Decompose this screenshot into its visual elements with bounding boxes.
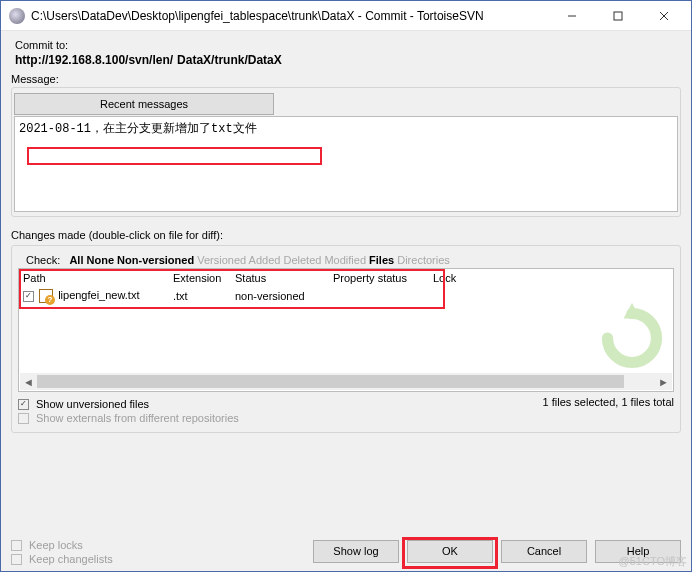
col-path[interactable]: Path [19,272,169,284]
client-area: Commit to: http://192.168.8.100/svn/len/… [1,31,691,571]
commit-to-label: Commit to: [15,39,677,51]
commit-dialog-window: C:\Users\DataDev\Desktop\lipengfei_table… [0,0,692,572]
changes-label: Changes made (double-click on file for d… [11,229,681,241]
col-extension[interactable]: Extension [169,272,231,284]
svg-marker-4 [624,303,641,318]
commit-to-section: Commit to: http://192.168.8.100/svn/len/… [11,39,681,67]
show-log-button[interactable]: Show log [313,540,399,563]
message-label: Message: [11,73,681,85]
file-status: non-versioned [231,290,329,302]
minimize-button[interactable] [549,1,595,31]
app-icon [9,8,25,24]
filter-nonversioned[interactable]: Non-versioned [117,254,194,266]
filter-all[interactable]: All [69,254,83,266]
file-list[interactable]: Path Extension Status Property status Lo… [18,268,674,392]
check-filter-row: Check: All None Non-versioned Versioned … [26,254,672,266]
help-button[interactable]: Help [595,540,681,563]
col-status[interactable]: Status [231,272,329,284]
file-checkbox[interactable] [23,291,34,302]
keep-changelists-check[interactable]: Keep changelists [11,553,305,565]
filter-added[interactable]: Added [249,254,281,266]
horizontal-scrollbar[interactable]: ◄ ► [20,373,672,390]
file-row[interactable]: lipengfei_new.txt .txt non-versioned [19,287,673,305]
commit-url-suffix: DataX/trunk/DataX [177,53,282,67]
window-title: C:\Users\DataDev\Desktop\lipengfei_table… [31,9,549,23]
scroll-left-icon[interactable]: ◄ [20,373,37,390]
changes-group: Check: All None Non-versioned Versioned … [11,245,681,433]
show-externals-check: Show externals from different repositori… [18,412,239,424]
checkbox-icon [18,413,29,424]
recent-messages-button[interactable]: Recent messages [14,93,274,115]
maximize-button[interactable] [595,1,641,31]
checkbox-icon [18,399,29,410]
check-label: Check: [26,254,60,266]
checkbox-icon [11,540,22,551]
message-group: Recent messages [11,87,681,217]
filter-files[interactable]: Files [369,254,394,266]
footer: Keep locks Keep changelists Show log OK … [11,537,681,565]
filter-directories[interactable]: Directories [397,254,450,266]
titlebar: C:\Users\DataDev\Desktop\lipengfei_table… [1,1,691,31]
filter-deleted[interactable]: Deleted [283,254,321,266]
filter-modified[interactable]: Modified [324,254,366,266]
show-unversioned-check[interactable]: Show unversioned files [18,398,239,410]
close-button[interactable] [641,1,687,31]
scroll-right-icon[interactable]: ► [655,373,672,390]
checkbox-icon [11,554,22,565]
tortoise-watermark-icon [597,303,667,373]
col-property-status[interactable]: Property status [329,272,429,284]
selection-status: 1 files selected, 1 files total [543,396,674,408]
commit-url-prefix: http://192.168.8.100/svn/len/ [15,53,173,67]
commit-message-input[interactable] [14,116,678,212]
cancel-button[interactable]: Cancel [501,540,587,563]
ok-button[interactable]: OK [407,540,493,563]
file-ext: .txt [169,290,231,302]
col-lock[interactable]: Lock [429,272,479,284]
file-list-header: Path Extension Status Property status Lo… [19,269,673,287]
svg-rect-1 [614,12,622,20]
keep-locks-check[interactable]: Keep locks [11,539,305,551]
file-name: lipengfei_new.txt [58,289,139,301]
filter-versioned[interactable]: Versioned [197,254,246,266]
filter-none[interactable]: None [87,254,115,266]
file-icon [39,289,53,303]
